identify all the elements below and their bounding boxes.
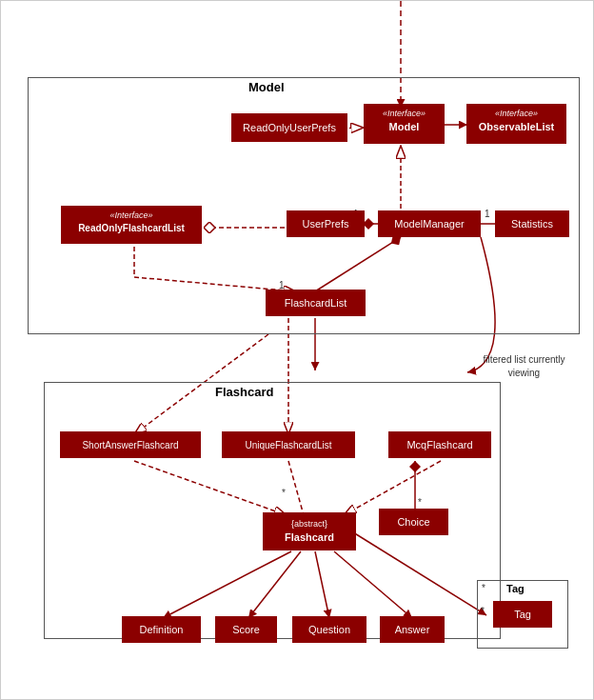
flashcardlist-box: FlashcardList <box>266 290 366 316</box>
observablelist-name: ObservableList <box>475 120 558 133</box>
modelmanager-label: ModelManager <box>394 217 464 230</box>
abstract-flashcard-box: {abstract} Flashcard <box>263 512 356 550</box>
statistics-label: Statistics <box>511 217 553 230</box>
choice-label: Choice <box>397 515 429 529</box>
score-label: Score <box>232 623 260 636</box>
question-label: Question <box>308 623 350 636</box>
userprefs-box: UserPrefs <box>287 210 365 237</box>
flashcardlist-label: FlashcardList <box>285 296 346 310</box>
tag-label: Tag <box>514 608 531 621</box>
interface-model-name: Model <box>372 120 436 133</box>
observablelist-stereotype: «Interface» <box>475 109 558 120</box>
uniqueflashcardlist-box: UniqueFlashcardList <box>222 431 355 458</box>
answer-box: Answer <box>380 616 445 643</box>
readonlyflashcardlist-name: ReadOnlyFlashcardList <box>69 222 193 234</box>
question-box: Question <box>292 616 366 643</box>
readonlyflashcardlist-stereotype: «Interface» <box>69 210 193 222</box>
interface-model-stereotype: «Interface» <box>372 109 436 120</box>
answer-label: Answer <box>395 623 430 636</box>
tag-outer-label: Tag <box>506 583 525 594</box>
interface-observablelist-box: «Interface» ObservableList <box>466 104 566 144</box>
interface-model-box: «Interface» Model <box>364 104 445 144</box>
score-box: Score <box>215 616 277 643</box>
model-label: Model <box>248 80 285 94</box>
diagram-container: 1 1 1 * * * Model Flashcard ReadOnlyUser… <box>0 0 594 700</box>
mcqflashcard-box: McqFlashcard <box>388 431 491 458</box>
readonlyuserprefs-label: ReadOnlyUserPrefs <box>243 121 336 134</box>
modelmanager-box: ModelManager <box>378 210 481 237</box>
userprefs-label: UserPrefs <box>303 217 349 230</box>
definition-box: Definition <box>122 616 201 643</box>
abstract-flashcard-name: Flashcard <box>285 530 334 544</box>
abstract-flashcard-abstract: {abstract} <box>285 519 334 530</box>
definition-label: Definition <box>140 623 184 636</box>
shortanswer-box: ShortAnswerFlashcard <box>60 431 201 458</box>
tag-star: * <box>482 583 485 593</box>
uniqueflashcardlist-label: UniqueFlashcardList <box>245 439 331 451</box>
filtered-list-note: filtered list currently viewing <box>469 353 579 380</box>
tag-box: Tag <box>493 601 552 628</box>
statistics-box: Statistics <box>495 210 569 237</box>
readonlyflashcardlist-box: «Interface» ReadOnlyFlashcardList <box>61 206 202 244</box>
flashcard-label: Flashcard <box>215 385 273 399</box>
choice-box: Choice <box>379 509 448 535</box>
shortanswer-label: ShortAnswerFlashcard <box>82 439 178 451</box>
readonlyuserprefs-box: ReadOnlyUserPrefs <box>231 113 347 142</box>
mcqflashcard-label: McqFlashcard <box>406 438 472 451</box>
